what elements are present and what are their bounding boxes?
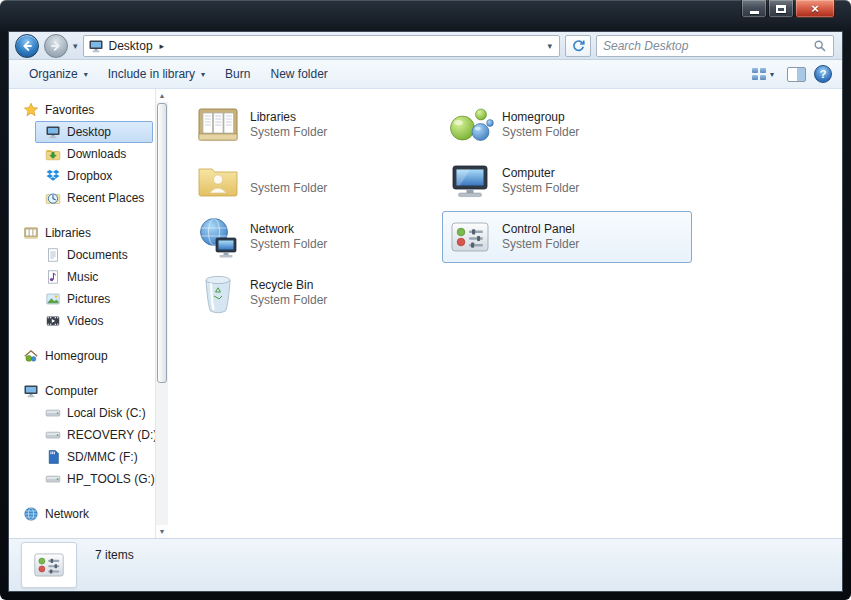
address-bar[interactable]: Desktop ▸ ▾ xyxy=(83,35,560,57)
address-dropdown-icon[interactable]: ▾ xyxy=(544,41,555,51)
tiles-grid: Libraries System Folder System Folder Ne… xyxy=(190,99,842,323)
tile-computer[interactable]: Computer System Folder xyxy=(442,155,692,207)
sidebar-item-downloads[interactable]: Downloads xyxy=(35,143,153,165)
preview-pane-icon[interactable] xyxy=(787,67,806,82)
tile-type: System Folder xyxy=(502,181,579,196)
tile-name xyxy=(250,166,327,181)
scrollbar-thumb[interactable] xyxy=(157,103,167,383)
tile-control-panel[interactable]: Control Panel System Folder xyxy=(442,211,692,263)
sidebar-scrollbar[interactable]: ▲ ▼ xyxy=(155,89,168,538)
sidebar-item-sdmmc-f[interactable]: SD/MMC (F:) xyxy=(35,446,153,468)
sidebar-item-pictures[interactable]: Pictures xyxy=(35,288,153,310)
details-icon-box xyxy=(21,542,77,588)
main-area: Favorites Desktop Downloads Dropbox Rece… xyxy=(9,89,842,538)
sidebar-section-network[interactable]: Network xyxy=(13,503,153,525)
item-count: 7 items xyxy=(95,548,134,562)
downloads-icon xyxy=(45,146,61,162)
search-input[interactable] xyxy=(603,39,813,53)
tile-type: System Folder xyxy=(250,125,327,140)
maximize-icon xyxy=(776,5,786,13)
recent-places-icon xyxy=(45,190,61,206)
maximize-button[interactable] xyxy=(768,0,794,18)
sidebar-item-desktop[interactable]: Desktop xyxy=(35,121,153,143)
toolbar-right-group: ▾ ? xyxy=(747,65,832,83)
sidebar-label: Dropbox xyxy=(67,169,112,183)
sidebar-item-dropbox[interactable]: Dropbox xyxy=(35,165,153,187)
change-view-button[interactable]: ▾ xyxy=(747,65,779,83)
tile-type: System Folder xyxy=(250,237,327,252)
documents-icon xyxy=(45,247,61,263)
details-pane: 7 items xyxy=(9,538,842,591)
sidebar-item-recent-places[interactable]: Recent Places xyxy=(35,187,153,209)
breadcrumb-expander-icon[interactable]: ▸ xyxy=(160,41,165,51)
chevron-down-icon: ▾ xyxy=(770,70,774,79)
sidebar-item-documents[interactable]: Documents xyxy=(35,244,153,266)
forward-button[interactable] xyxy=(44,34,68,58)
tile-network[interactable]: Network System Folder xyxy=(190,211,440,263)
search-box[interactable] xyxy=(596,35,834,57)
tile-name: Homegroup xyxy=(502,110,579,125)
sidebar-section-homegroup[interactable]: Homegroup xyxy=(13,345,153,367)
include-in-library-button[interactable]: Include in library ▾ xyxy=(98,63,215,85)
tile-libraries[interactable]: Libraries System Folder xyxy=(190,99,440,151)
organize-button[interactable]: Organize ▾ xyxy=(19,63,98,85)
window-body: ▾ Desktop ▸ ▾ xyxy=(8,31,843,592)
sidebar-label: Local Disk (C:) xyxy=(67,406,146,420)
sidebar-label: Recent Places xyxy=(67,191,144,205)
homegroup-icon xyxy=(446,101,494,149)
sidebar-item-music[interactable]: Music xyxy=(35,266,153,288)
chevron-down-icon: ▾ xyxy=(84,70,88,79)
tile-user-folder[interactable]: System Folder xyxy=(190,155,440,207)
minimize-icon xyxy=(750,11,759,14)
sidebar-label: Videos xyxy=(67,314,103,328)
scroll-down-icon[interactable]: ▼ xyxy=(156,525,168,538)
sidebar-label: RECOVERY (D:) xyxy=(67,428,155,442)
close-button[interactable]: × xyxy=(795,0,835,18)
views-icon xyxy=(752,68,766,80)
new-folder-button[interactable]: New folder xyxy=(260,63,337,85)
computer-icon xyxy=(23,383,39,399)
control-panel-icon xyxy=(30,546,68,584)
music-icon xyxy=(45,269,61,285)
minimize-button[interactable] xyxy=(741,0,767,18)
caption-buttons: × xyxy=(740,0,835,18)
sidebar-item-videos[interactable]: Videos xyxy=(35,310,153,332)
navigation-pane: Favorites Desktop Downloads Dropbox Rece… xyxy=(9,89,155,538)
tile-type: System Folder xyxy=(250,293,327,308)
sidebar-label: Computer xyxy=(45,384,98,398)
breadcrumb-location[interactable]: Desktop xyxy=(109,39,153,53)
sidebar-section-computer[interactable]: Computer xyxy=(13,380,153,402)
libraries-icon xyxy=(23,225,39,241)
burn-label: Burn xyxy=(225,67,250,81)
tile-name: Computer xyxy=(502,166,579,181)
back-button[interactable] xyxy=(15,34,39,58)
history-dropdown-icon[interactable]: ▾ xyxy=(73,41,78,51)
search-icon[interactable] xyxy=(813,39,827,53)
sidebar-label: Desktop xyxy=(67,125,111,139)
sidebar-section-favorites[interactable]: Favorites xyxy=(13,99,153,121)
refresh-button[interactable] xyxy=(565,35,591,57)
hard-drive-icon xyxy=(45,427,61,443)
computer-icon xyxy=(446,157,494,205)
sidebar-section-libraries[interactable]: Libraries xyxy=(13,222,153,244)
tile-homegroup[interactable]: Homegroup System Folder xyxy=(442,99,692,151)
control-panel-icon xyxy=(446,213,494,261)
sidebar-item-recovery-d[interactable]: RECOVERY (D:) xyxy=(35,424,153,446)
hard-drive-icon xyxy=(45,471,61,487)
refresh-icon xyxy=(571,38,586,53)
tile-name: Libraries xyxy=(250,110,327,125)
sidebar-label: Network xyxy=(45,507,89,521)
help-icon[interactable]: ? xyxy=(814,65,832,83)
burn-button[interactable]: Burn xyxy=(215,63,260,85)
sd-card-icon xyxy=(45,449,61,465)
desktop-icon xyxy=(45,124,61,140)
sidebar-label: SD/MMC (F:) xyxy=(67,450,138,464)
sidebar-label: Homegroup xyxy=(45,349,108,363)
sidebar-item-local-disk-c[interactable]: Local Disk (C:) xyxy=(35,402,153,424)
tile-type: System Folder xyxy=(502,125,579,140)
sidebar-item-hp-tools-g[interactable]: HP_TOOLS (G:) xyxy=(35,468,153,490)
scroll-up-icon[interactable]: ▲ xyxy=(156,89,168,102)
user-folder-icon xyxy=(194,157,242,205)
back-arrow-icon xyxy=(20,39,34,53)
tile-recycle-bin[interactable]: Recycle Bin System Folder xyxy=(190,267,440,319)
